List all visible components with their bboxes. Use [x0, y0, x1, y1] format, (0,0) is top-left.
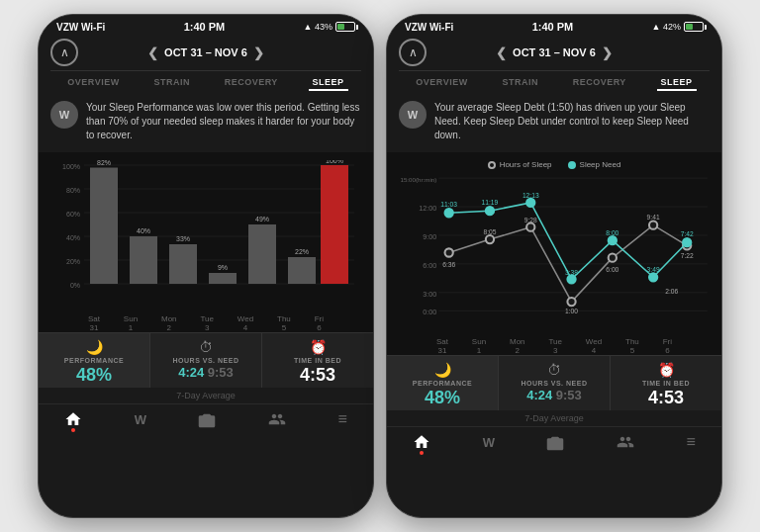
tab-overview-left[interactable]: OVERVIEW	[63, 75, 123, 91]
hours-label-right: HOURS VS. NEED	[522, 380, 588, 387]
dot-sleep-tue	[567, 298, 575, 306]
nav-w-left[interactable]: W	[135, 412, 146, 427]
tab-recovery-right[interactable]: RECOVERY	[569, 75, 630, 91]
nav-home-left[interactable]	[64, 410, 82, 428]
time-right: 1:40 PM	[532, 21, 574, 33]
carrier-left: VZW Wi-Fi	[56, 22, 105, 33]
stat-performance-right[interactable]: 🌙 PERFORMANCE 48%	[387, 356, 499, 410]
stat-performance-left[interactable]: 🌙 PERFORMANCE 48%	[39, 333, 150, 388]
performance-label-right: PERFORMANCE	[413, 380, 472, 387]
tab-sleep-left[interactable]: SLEEP	[309, 75, 348, 91]
moon-icon-left: 🌙	[86, 339, 103, 355]
svg-text:82%: 82%	[97, 160, 111, 166]
prev-week-right[interactable]: ❮	[496, 45, 507, 60]
next-week-left[interactable]: ❯	[253, 45, 264, 60]
day-sun-r: Sun1	[472, 337, 486, 355]
day-wed-r: Wed4	[586, 337, 602, 355]
hours-label-left: HOURS VS. NEED	[173, 357, 239, 364]
hours-value-right: 4:24 9:53	[526, 389, 582, 401]
avatar-right: W	[399, 101, 427, 129]
nav-dot-left	[71, 428, 75, 432]
svg-text:22%: 22%	[295, 248, 309, 255]
timeinbed-label-left: TIME IN BED	[294, 357, 341, 364]
line-chart-area: Hours of Sleep Sleep Need 15:00(hr:min) …	[387, 152, 721, 355]
timeinbed-value-left: 4:53	[300, 366, 335, 384]
seven-day-right: 7-Day Average	[387, 410, 721, 426]
svg-text:11:03: 11:03	[440, 201, 457, 208]
bar-fri	[321, 165, 348, 284]
moon-icon-right: 🌙	[434, 362, 451, 378]
day-labels-left: Sat31 Sun1 Mon2 Tue3 Wed4 Thu5 Fri6	[47, 314, 365, 332]
timer-icon-left: ⏱	[199, 339, 213, 355]
nav-camera-right[interactable]	[546, 433, 564, 451]
battery-icon-left	[335, 22, 355, 32]
stat-hours-left[interactable]: ⏱ HOURS VS. NEED 4:24 9:53	[150, 333, 262, 388]
stat-hours-right[interactable]: ⏱ HOURS VS. NEED 4:24 9:53	[499, 356, 611, 410]
svg-text:8:00: 8:00	[606, 229, 618, 236]
insight-text-left: Your Sleep Performance was low over this…	[86, 101, 361, 142]
timeinbed-value-right: 4:53	[648, 389, 684, 406]
sleep-line	[449, 225, 688, 302]
dot-need-sat	[445, 209, 453, 217]
svg-text:7:42: 7:42	[681, 230, 694, 237]
time-left: 1:40 PM	[184, 21, 226, 33]
seven-day-left: 7-Day Average	[39, 388, 373, 403]
timeinbed-label-right: TIME IN BED	[642, 380, 690, 387]
performance-value-right: 48%	[425, 389, 460, 406]
signal-left: ▲ 43%	[304, 22, 332, 32]
nav-people-left[interactable]	[268, 410, 286, 428]
nav-menu-right[interactable]: ≡	[686, 433, 695, 451]
app-header-left: ∧ ❮ OCT 31 – NOV 6 ❯ OVERVIEW STRAIN REC…	[39, 35, 373, 91]
performance-label-left: PERFORMANCE	[64, 357, 124, 364]
day-fri: Fri6	[315, 314, 324, 332]
svg-text:9:41: 9:41	[647, 214, 660, 221]
nav-w-right[interactable]: W	[483, 435, 495, 450]
stat-timeinbed-right[interactable]: ⏰ TIME IN BED 4:53	[611, 356, 721, 410]
svg-text:8:05: 8:05	[483, 228, 496, 235]
legend-dot-need	[568, 161, 576, 169]
battery-area-right: ▲ 42%	[652, 22, 704, 32]
bar-wed	[248, 224, 276, 284]
phones-container: VZW Wi-Fi 1:40 PM ▲ 43% ∧ ❮ OCT 31 – NOV…	[28, 4, 732, 528]
svg-text:3:38: 3:38	[565, 269, 578, 276]
date-range-right: OCT 31 – NOV 6	[513, 46, 596, 58]
bar-thu	[288, 257, 316, 284]
back-button-left[interactable]: ∧	[50, 39, 78, 66]
status-bar-left: VZW Wi-Fi 1:40 PM ▲ 43%	[39, 15, 373, 35]
battery-area-left: ▲ 43%	[304, 22, 355, 32]
battery-fill-right	[686, 24, 693, 30]
dot-need-sun	[486, 207, 494, 215]
tab-sleep-right[interactable]: SLEEP	[657, 75, 697, 91]
day-thu-r: Thu5	[625, 337, 639, 355]
svg-text:3:49: 3:49	[647, 266, 660, 273]
tab-recovery-left[interactable]: RECOVERY	[221, 75, 282, 91]
tab-strain-right[interactable]: STRAIN	[498, 75, 542, 91]
bottom-nav-left: W ≡	[39, 403, 373, 436]
next-week-right[interactable]: ❯	[602, 45, 613, 60]
day-sat-r: Sat31	[436, 337, 448, 355]
day-mon: Mon2	[161, 314, 177, 332]
date-nav-right: ❮ OCT 31 – NOV 6 ❯	[496, 45, 613, 60]
day-tue-r: Tue3	[548, 337, 562, 355]
tab-overview-right[interactable]: OVERVIEW	[412, 75, 471, 91]
date-nav-left: ❮ OCT 31 – NOV 6 ❯	[147, 45, 264, 60]
phone-right: VZW Wi-Fi 1:40 PM ▲ 42% ∧ ❮ OCT 31 – NOV…	[386, 14, 722, 518]
dot-need-thu	[649, 273, 657, 281]
dot-sleep-mon	[526, 223, 534, 231]
dot-need-tue	[567, 275, 575, 283]
bottom-nav-right: W ≡	[387, 426, 721, 459]
svg-text:11:19: 11:19	[482, 199, 499, 206]
prev-week-left[interactable]: ❮	[147, 45, 158, 60]
tabs-row-right: OVERVIEW STRAIN RECOVERY SLEEP	[399, 70, 710, 91]
stat-timeinbed-left[interactable]: ⏰ TIME IN BED 4:53	[262, 333, 373, 388]
bar-sat	[90, 168, 118, 285]
back-button-right[interactable]: ∧	[399, 39, 427, 66]
nav-menu-left[interactable]: ≡	[337, 410, 346, 428]
nav-people-right[interactable]	[617, 433, 634, 451]
nav-home-right[interactable]	[413, 433, 430, 451]
svg-text:12:00: 12:00	[419, 204, 436, 213]
nav-camera-left[interactable]	[198, 410, 216, 428]
day-sun: Sun1	[124, 314, 138, 332]
tab-strain-left[interactable]: STRAIN	[149, 75, 194, 91]
date-range-left: OCT 31 – NOV 6	[164, 46, 247, 58]
